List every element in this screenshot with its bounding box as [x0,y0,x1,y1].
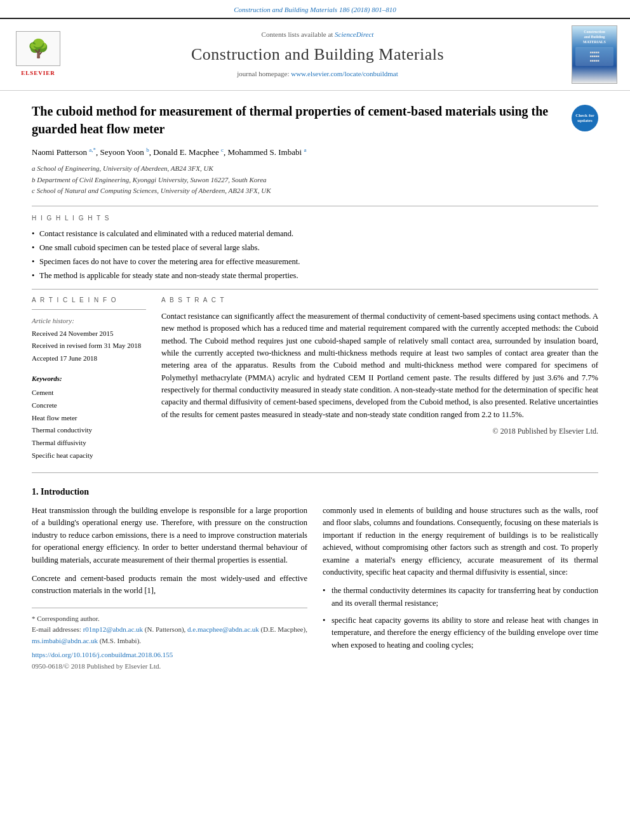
highlight-item-1: Contact resistance is calculated and eli… [32,228,598,240]
history-label: Article history: [32,315,146,328]
author-sup-a2: a [304,147,306,153]
intro-right-col: commonly used in elements of building an… [323,505,598,672]
highlights-list: Contact resistance is calculated and eli… [32,228,598,281]
article-info-label: A R T I C L E I N F O [32,296,146,305]
article-content: The cuboid method for measurement of the… [0,91,630,683]
keyword-shc: Specific heat capacity [32,450,146,462]
copyright-line: © 2018 Published by Elsevier Ltd. [161,426,598,437]
journal-reference: Construction and Building Materials 186 … [0,0,630,18]
sciencedirect-link[interactable]: ScienceDirect [335,30,373,38]
sciencedirect-line: Contents lists available at ScienceDirec… [74,30,561,40]
accepted-date: Accepted 17 June 2018 [32,352,146,365]
homepage-url[interactable]: www.elsevier.com/locate/conbuildmat [291,70,398,77]
elsevier-logo: 🌳 ELSEVIER [13,31,64,77]
intro-para-2: Concrete and cement-based products remai… [32,573,307,597]
abstract-col: A B S T R A C T Contact resistance can s… [161,296,598,462]
highlight-item-4: The method is applicable for steady stat… [32,270,598,282]
journal-header: 🌳 ELSEVIER Contents lists available at S… [0,18,630,91]
section-title: 1. Introduction [32,486,598,498]
highlights-label: H I G H L I G H T S [32,214,598,223]
bullet-specific-heat: specific heat capacity governs its abili… [323,615,598,651]
intro-left-col: Heat transmission through the building e… [32,505,307,672]
highlight-item-2: One small cuboid specimen can be tested … [32,242,598,254]
intro-body-cols: Heat transmission through the building e… [32,505,598,672]
affil-c: c School of Natural and Computing Scienc… [32,185,598,197]
issn-line: 0950-0618/© 2018 Published by Elsevier L… [32,662,307,672]
affil-b: b Department of Civil Engineering, Kyong… [32,175,598,186]
email2-link[interactable]: d.e.macphee@abdn.ac.uk [187,625,259,633]
abstract-label: A B S T R A C T [161,296,598,305]
info-abstract-cols: A R T I C L E I N F O Article history: R… [32,296,598,462]
keyword-tc: Thermal conductivity [32,424,146,437]
intro-para-1: Heat transmission through the building e… [32,505,307,566]
author-sup-c: c [221,147,224,153]
intro-right-para-1: commonly used in elements of building an… [323,505,598,578]
doi-line[interactable]: https://doi.org/10.1016/j.conbuildmat.20… [32,650,307,660]
affil-a: a School of Engineering, University of A… [32,163,598,175]
footnotes: * Corresponding author. E-mail addresses… [32,608,307,672]
divider-1 [32,206,598,206]
keywords-list: Cement Concrete Heat flow meter Thermal … [32,387,146,462]
author-sup-b: b [146,147,149,153]
page: Construction and Building Materials 186 … [0,0,630,840]
email1-link[interactable]: r01np12@abdn.ac.uk [83,625,143,633]
keyword-concrete: Concrete [32,399,146,412]
check-badge-inner: Check for updates [572,105,598,131]
email-note: E-mail addresses: r01np12@abdn.ac.uk (N.… [32,624,307,646]
elsevier-tree-image: 🌳 [16,31,60,66]
article-info-col: A R T I C L E I N F O Article history: R… [32,296,146,462]
received-date: Received 24 November 2015 [32,328,146,340]
introduction-section: 1. Introduction Heat transmission throug… [32,486,598,672]
divider-2 [32,289,598,290]
check-for-updates-badge: Check for updates [572,105,598,131]
authors-line: Naomi Patterson a,*, Seyoon Yoon b, Dona… [32,145,598,159]
keyword-cement: Cement [32,387,146,399]
article-title-section: The cuboid method for measurement of the… [32,102,598,138]
revised-date: Received in revised form 31 May 2018 [32,340,146,352]
journal-homepage: journal homepage: www.elsevier.com/locat… [74,69,561,79]
divider-3 [32,472,598,473]
cover-title: Constructionand BuildingMATERIALS [583,30,606,44]
keywords-label: Keywords: [32,374,146,384]
elsevier-label: ELSEVIER [21,69,55,77]
abstract-text: Contact resistance can significantly aff… [161,310,598,421]
header-center: Contents lists available at ScienceDirec… [74,30,561,79]
author-sup-a: a,* [89,147,96,153]
journal-title: Construction and Building Materials [74,43,561,67]
keyword-td: Thermal diffusivity [32,437,146,450]
intro-bullet-list: the thermal conductivity determines its … [323,585,598,651]
article-history: Article history: Received 24 November 20… [32,315,146,365]
keyword-hfm: Heat flow meter [32,412,146,425]
article-title: The cuboid method for measurement of the… [32,102,561,138]
journal-cover-thumbnail: Constructionand BuildingMATERIALS ■■■■■■… [572,25,617,84]
affiliations: a School of Engineering, University of A… [32,163,598,197]
corresponding-note: * Corresponding author. [32,613,307,625]
tree-icon: 🌳 [27,40,50,58]
bullet-thermal-conductivity: the thermal conductivity determines its … [323,585,598,610]
email3-link[interactable]: ms.imbabi@abdn.ac.uk [32,637,98,644]
highlight-item-3: Specimen faces do not have to cover the … [32,256,598,268]
